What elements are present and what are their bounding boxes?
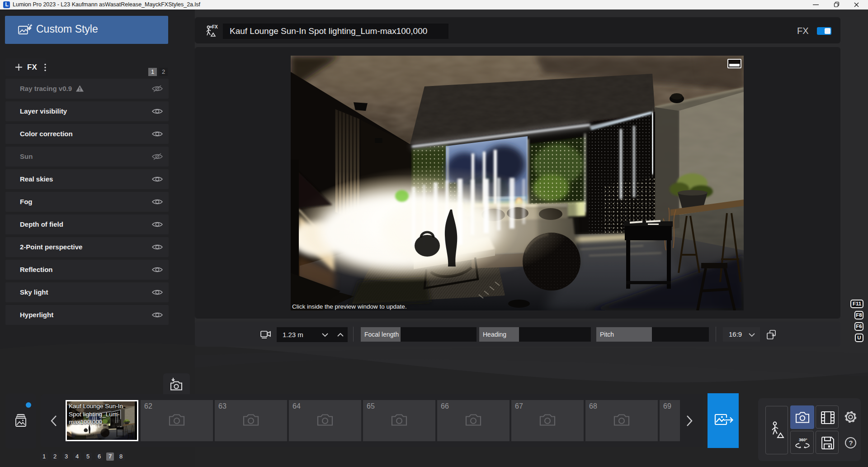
svg-text:?: ? xyxy=(849,439,853,447)
svg-text:FX: FX xyxy=(212,24,218,29)
svg-text:360°: 360° xyxy=(799,438,807,442)
